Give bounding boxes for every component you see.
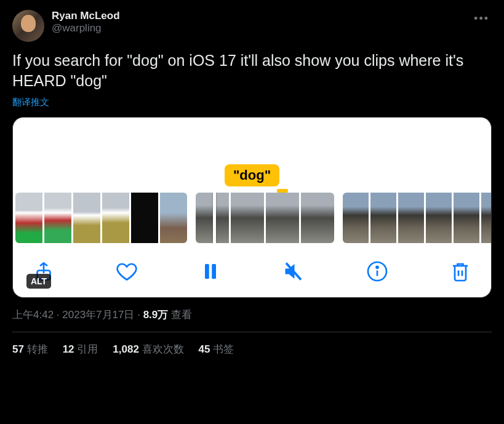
tweet-stats: 57 转推 12 引用 1,082 喜欢次数 45 书签 xyxy=(12,332,492,356)
thumbnail xyxy=(398,193,424,243)
thumbnail xyxy=(454,193,479,243)
pause-icon[interactable] xyxy=(199,260,222,282)
svg-rect-2 xyxy=(212,264,216,279)
media-toolbar xyxy=(13,249,491,297)
media-top-space xyxy=(13,118,491,164)
thumbnail xyxy=(301,193,334,243)
thumbnail xyxy=(44,193,71,243)
user-column: Ryan McLeod @warpling xyxy=(52,10,464,34)
avatar[interactable] xyxy=(12,10,44,42)
thumbnail xyxy=(102,193,129,243)
info-icon[interactable] xyxy=(366,260,388,282)
caption-row: "dog" xyxy=(13,164,491,189)
thumbnail xyxy=(15,193,42,243)
heart-icon[interactable] xyxy=(116,260,138,282)
svg-rect-1 xyxy=(205,264,209,279)
display-name[interactable]: Ryan McLeod xyxy=(52,10,464,22)
clip-group-1[interactable] xyxy=(15,193,187,243)
alt-badge[interactable]: ALT xyxy=(26,274,51,289)
tweet-header: Ryan McLeod @warpling ••• xyxy=(12,10,492,42)
thumbnail xyxy=(73,193,100,243)
views-count: 8.9万 xyxy=(143,309,169,321)
attached-media[interactable]: "dog" xyxy=(12,117,492,298)
quotes-stat[interactable]: 12 引用 xyxy=(63,342,98,356)
trash-icon[interactable] xyxy=(449,260,471,282)
thumbnail xyxy=(426,193,452,243)
clip-group-3[interactable] xyxy=(343,193,491,243)
clip-group-2[interactable] xyxy=(196,193,334,243)
thumbnail xyxy=(343,193,369,243)
more-icon[interactable]: ••• xyxy=(471,10,492,28)
views-label[interactable]: 查看 xyxy=(171,309,192,321)
user-handle[interactable]: @warpling xyxy=(52,22,464,34)
filmstrip xyxy=(13,189,491,249)
translate-link[interactable]: 翻译推文 xyxy=(12,97,49,108)
bookmarks-stat[interactable]: 45 书签 xyxy=(199,342,234,356)
thumbnail xyxy=(160,193,187,243)
retweets-stat[interactable]: 57 转推 xyxy=(12,342,48,356)
svg-point-5 xyxy=(376,266,378,268)
mute-icon[interactable] xyxy=(282,260,305,282)
thumbnail xyxy=(131,193,158,243)
tweet-container: Ryan McLeod @warpling ••• If you search … xyxy=(0,0,504,366)
timestamp[interactable]: 上午4:42 xyxy=(12,309,54,321)
thumbnail xyxy=(481,193,491,243)
thumbnail xyxy=(196,193,229,243)
thumbnail xyxy=(370,193,396,243)
thumbnail xyxy=(266,193,299,243)
thumbnail xyxy=(231,193,264,243)
tweet-text: If you search for "dog" on iOS 17 it'll … xyxy=(12,50,492,90)
playhead[interactable] xyxy=(213,193,216,243)
tweet-meta: 上午4:42 · 2023年7月17日 · 8.9万 查看 xyxy=(12,308,492,332)
date[interactable]: 2023年7月17日 xyxy=(62,309,134,321)
caption-pill: "dog" xyxy=(225,164,279,186)
likes-stat[interactable]: 1,082 喜欢次数 xyxy=(113,342,183,356)
